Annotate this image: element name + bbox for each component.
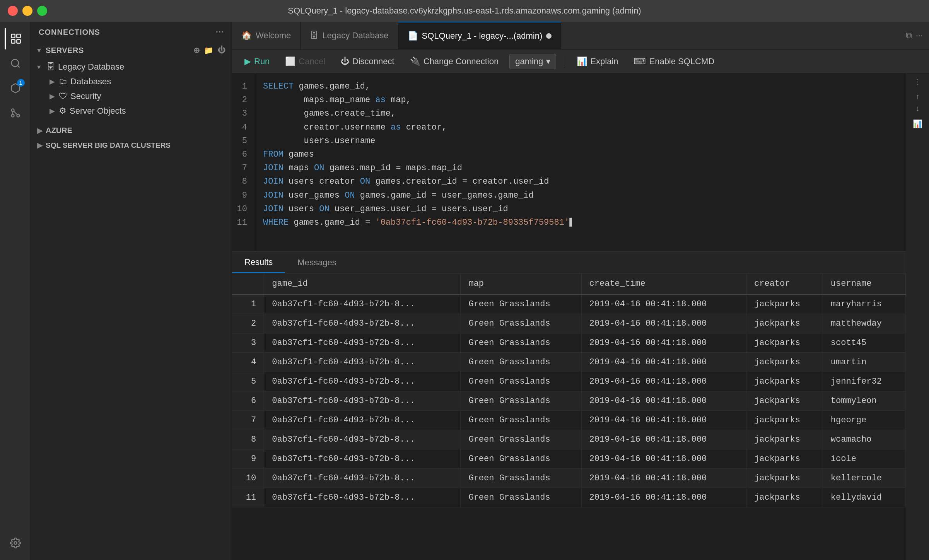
tree-security[interactable]: ▶ 🛡 Security — [31, 89, 232, 104]
main-content: 🏠 Welcome 🗄 Legacy Database 📄 SQLQuery_1… — [232, 22, 929, 560]
activity-extensions[interactable]: 1 — [5, 77, 26, 99]
run-button[interactable]: ▶ Run — [240, 54, 274, 69]
cell-game-id: 0ab37cf1-fc60-4d93-b72b-8... — [264, 294, 461, 314]
cell-creator: jackparks — [746, 294, 823, 314]
table-row[interactable]: 3 0ab37cf1-fc60-4d93-b72b-8... Green Gra… — [232, 333, 906, 353]
cell-create-time: 2019-04-16 00:41:18.000 — [581, 391, 746, 411]
cell-map: Green Grasslands — [461, 449, 581, 469]
cell-create-time: 2019-04-16 00:41:18.000 — [581, 353, 746, 372]
row-num: 11 — [232, 488, 264, 507]
table-row[interactable]: 4 0ab37cf1-fc60-4d93-b72b-8... Green Gra… — [232, 353, 906, 372]
dropdown-arrow-icon: ▾ — [546, 56, 550, 67]
svg-point-4 — [11, 60, 19, 67]
tree-server-objects[interactable]: ▶ ⚙ Server Objects — [31, 104, 232, 118]
cell-game-id: 0ab37cf1-fc60-4d93-b72b-8... — [264, 411, 461, 430]
sidebar-header: CONNECTIONS ··· — [31, 22, 232, 43]
add-folder-icon[interactable]: 📁 — [204, 46, 214, 55]
svg-rect-1 — [17, 34, 20, 38]
cell-map: Green Grasslands — [461, 430, 581, 449]
activity-settings[interactable] — [5, 532, 26, 554]
table-row[interactable]: 7 0ab37cf1-fc60-4d93-b72b-8... Green Gra… — [232, 411, 906, 430]
chart-icon[interactable]: 📊 — [913, 119, 922, 128]
row-num: 9 — [232, 449, 264, 469]
table-row[interactable]: 6 0ab37cf1-fc60-4d93-b72b-8... Green Gra… — [232, 391, 906, 411]
sql-big-data-arrow: ▶ — [37, 141, 46, 150]
servers-section-header[interactable]: ▾ SERVERS ⊕ 📁 ⏻ — [31, 43, 232, 58]
table-row[interactable]: 11 0ab37cf1-fc60-4d93-b72b-8... Green Gr… — [232, 488, 906, 507]
cancel-button[interactable]: ⬜ Cancel — [280, 54, 330, 69]
sql-big-data-label: SQL SERVER BIG DATA CLUSTERS — [46, 141, 171, 150]
tab-messages[interactable]: Messages — [285, 252, 348, 273]
table-row[interactable]: 2 0ab37cf1-fc60-4d93-b72b-8... Green Gra… — [232, 314, 906, 333]
svg-point-6 — [11, 109, 14, 112]
databases-arrow: ▶ — [50, 77, 57, 86]
code-content[interactable]: SELECT games.game_id, maps.map_name as m… — [255, 73, 906, 251]
tab-welcome[interactable]: 🏠 Welcome — [232, 22, 301, 49]
col-creator: creator — [746, 273, 823, 294]
table-row[interactable]: 1 0ab37cf1-fc60-4d93-b72b-8... Green Gra… — [232, 294, 906, 314]
tree-databases[interactable]: ▶ 🗂 Databases — [31, 74, 232, 89]
activity-search[interactable] — [5, 53, 26, 74]
cell-username: jennifer32 — [823, 372, 905, 391]
row-num: 2 — [232, 314, 264, 333]
cancel-label: Cancel — [299, 56, 325, 67]
row-num: 10 — [232, 469, 264, 488]
cell-game-id: 0ab37cf1-fc60-4d93-b72b-8... — [264, 353, 461, 372]
enable-sqlcmd-button[interactable]: ⌨ Enable SQLCMD — [629, 54, 719, 69]
cell-map: Green Grasslands — [461, 411, 581, 430]
cell-username: matthewday — [823, 314, 905, 333]
cell-username: hgeorge — [823, 411, 905, 430]
sql-big-data-section-header[interactable]: ▶ SQL SERVER BIG DATA CLUSTERS — [31, 138, 232, 153]
table-row[interactable]: 9 0ab37cf1-fc60-4d93-b72b-8... Green Gra… — [232, 449, 906, 469]
cell-username: maryharris — [823, 294, 905, 314]
minimap-icon: ⋮ — [914, 77, 921, 86]
maximize-button[interactable] — [37, 6, 47, 16]
more-tabs-icon[interactable]: ··· — [916, 31, 923, 41]
tree-legacy-db[interactable]: ▾ 🗄 Legacy Database — [31, 60, 232, 74]
cell-map: Green Grasslands — [461, 314, 581, 333]
tab-query[interactable]: 📄 SQLQuery_1 - legacy-...(admin) — [398, 22, 562, 49]
table-row[interactable]: 8 0ab37cf1-fc60-4d93-b72b-8... Green Gra… — [232, 430, 906, 449]
close-button[interactable] — [8, 6, 18, 16]
azure-section-header[interactable]: ▶ AZURE — [31, 123, 232, 138]
connection-selector[interactable]: gaming ▾ — [509, 54, 556, 69]
activity-git[interactable] — [5, 102, 26, 124]
server-objects-arrow: ▶ — [50, 107, 57, 115]
svg-point-8 — [14, 542, 17, 545]
minimize-button[interactable] — [22, 6, 32, 16]
cell-creator: jackparks — [746, 391, 823, 411]
explain-button[interactable]: 📊 Explain — [572, 54, 623, 69]
more-actions-icon[interactable]: ··· — [216, 27, 224, 37]
right-panel-icon-2[interactable]: ↓ — [916, 104, 920, 113]
change-connection-button[interactable]: 🔌 Change Connection — [405, 54, 503, 69]
disconnect-icon: ⏻ — [341, 56, 349, 67]
row-num: 6 — [232, 391, 264, 411]
cancel-icon: ⬜ — [285, 56, 295, 67]
cell-creator: jackparks — [746, 488, 823, 507]
sqlcmd-icon: ⌨ — [634, 56, 646, 67]
tab-legacy-db[interactable]: 🗄 Legacy Database — [301, 22, 398, 49]
table-row[interactable]: 10 0ab37cf1-fc60-4d93-b72b-8... Green Gr… — [232, 469, 906, 488]
tab-results[interactable]: Results — [232, 252, 285, 273]
activity-connections[interactable] — [5, 28, 26, 50]
disconnect-button[interactable]: ⏻ Disconnect — [336, 54, 399, 69]
cell-map: Green Grasslands — [461, 469, 581, 488]
activity-bar: 1 — [0, 22, 31, 560]
security-icon: 🛡 — [59, 91, 67, 101]
split-editor-icon[interactable]: ⧉ — [906, 31, 912, 41]
results-table-wrap[interactable]: game_id map create_time creator username… — [232, 273, 906, 560]
col-game-id: game_id — [264, 273, 461, 294]
code-editor[interactable]: 12345 678910 11 SELECT games.game_id, ma… — [232, 73, 906, 251]
tabs-bar: 🏠 Welcome 🗄 Legacy Database 📄 SQLQuery_1… — [232, 22, 929, 50]
right-panel: ⋮ ↑ ↓ 📊 — [906, 73, 929, 560]
server-objects-icon: ⚙ — [59, 106, 67, 116]
new-connection-icon[interactable]: ⊕ — [193, 46, 200, 55]
change-connection-icon: 🔌 — [410, 56, 420, 67]
table-row[interactable]: 5 0ab37cf1-fc60-4d93-b72b-8... Green Gra… — [232, 372, 906, 391]
results-tabs: Results Messages — [232, 252, 906, 273]
cell-creator: jackparks — [746, 449, 823, 469]
disconnect-all-icon[interactable]: ⏻ — [218, 46, 226, 55]
cell-create-time: 2019-04-16 00:41:18.000 — [581, 488, 746, 507]
change-connection-label: Change Connection — [424, 56, 499, 67]
right-panel-icon-1[interactable]: ↑ — [916, 92, 920, 101]
